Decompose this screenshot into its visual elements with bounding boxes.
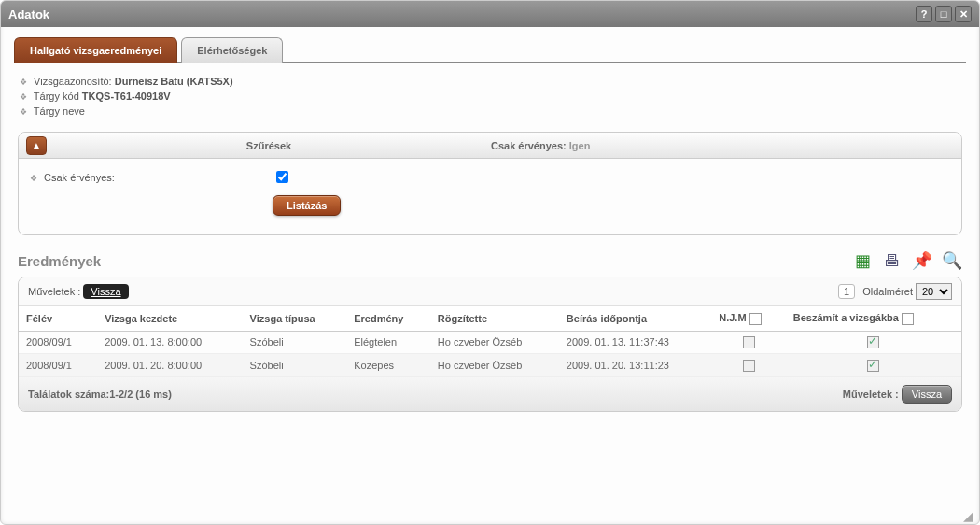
col-beiras[interactable]: Beírás időpontja <box>559 306 711 331</box>
value: TKQS-T61-40918V <box>82 91 171 102</box>
collapse-button[interactable]: ▲ <box>26 136 47 155</box>
label: Vizsgaazonosító: <box>34 76 112 87</box>
col-beszamit[interactable]: Beszámít a vizsgákba <box>786 306 961 331</box>
window: Adatok ? □ ✕ Hallgató vizsgaeredményei E… <box>0 0 980 525</box>
filter-body: ❖ Csak érvényes: Listázás <box>19 159 961 234</box>
results-table: Félév Vizsga kezdete Vizsga típusa Eredm… <box>19 306 961 377</box>
cell-eredmeny: Közepes <box>346 354 430 377</box>
tab-label: Elérhetőségek <box>197 45 267 56</box>
back-button[interactable]: Vissza <box>83 284 128 299</box>
filter-panel: ▲ Szűrések Csak érvényes: Igen ❖ Csak ér… <box>18 132 962 235</box>
value: Igen <box>569 140 591 151</box>
window-content: Hallgató vizsgaeredményei Elérhetőségek … <box>1 27 979 421</box>
window-title: Adatok <box>8 7 916 21</box>
beszamit-header-checkbox[interactable] <box>902 313 914 325</box>
bullet-icon: ❖ <box>30 174 37 183</box>
filter-header: ▲ Szűrések Csak érvényes: Igen <box>19 133 961 159</box>
maximize-icon[interactable]: □ <box>935 6 952 22</box>
list-button[interactable]: Listázás <box>273 195 341 216</box>
close-icon[interactable]: ✕ <box>955 6 972 22</box>
col-njm[interactable]: N.J.M <box>711 306 786 331</box>
page-number[interactable]: 1 <box>838 284 855 299</box>
col-felev[interactable]: Félév <box>19 306 97 331</box>
print-icon[interactable]: 🖶 <box>882 250 903 271</box>
cell-njm <box>711 331 786 354</box>
beszamit-checkbox[interactable] <box>867 360 879 372</box>
filter-header-summary: Csak érvényes: Igen <box>483 140 961 151</box>
cell-eredmeny: Elégtelen <box>346 331 430 354</box>
label: Tárgy kód <box>34 91 79 102</box>
actions-label: Műveletek : <box>28 286 80 297</box>
search-icon[interactable]: 🔍 <box>942 250 962 271</box>
results-toolbar: ▦ 🖶 📌 🔍 <box>852 250 962 271</box>
tab-exam-results[interactable]: Hallgató vizsgaeredményei <box>14 37 177 63</box>
cell-kezdete: 2009. 01. 20. 8:00:00 <box>97 354 242 377</box>
info-subject-code: ❖ Tárgy kód TKQS-T61-40918V <box>20 91 960 102</box>
filter-header-title: Szűrések <box>54 140 483 151</box>
col-kezdete[interactable]: Vizsga kezdete <box>97 306 242 331</box>
njm-checkbox[interactable] <box>743 360 755 372</box>
njm-checkbox[interactable] <box>743 336 755 348</box>
tab-label: Hallgató vizsgaeredményei <box>30 45 161 56</box>
results-header: Eredmények ▦ 🖶 📌 🔍 <box>18 250 962 271</box>
col-rogzitette[interactable]: Rögzítette <box>430 306 559 331</box>
back-button-footer[interactable]: Vissza <box>902 385 952 404</box>
beszamit-checkbox[interactable] <box>867 336 879 348</box>
filter-row-button: Listázás <box>30 195 950 216</box>
col-eredmeny[interactable]: Eredmény <box>346 306 430 331</box>
col-tipusa[interactable]: Vizsga típusa <box>243 306 347 331</box>
cell-beszamit <box>786 331 961 354</box>
bullet-icon: ❖ <box>20 92 27 102</box>
label: Csak érvényes: <box>491 140 567 151</box>
only-valid-checkbox[interactable] <box>276 171 288 183</box>
value: Durneisz Batu (KATS5X) <box>115 76 233 87</box>
cell-beiras: 2009. 01. 13. 11:37:43 <box>559 331 711 354</box>
bullet-icon: ❖ <box>20 107 27 117</box>
filter-label: ❖ Csak érvényes: <box>30 172 273 183</box>
info-subject-name: ❖ Tárgy neve <box>20 106 960 117</box>
help-icon[interactable]: ? <box>916 6 932 22</box>
results-grid: Műveletek : Vissza 1 Oldalméret 20 Félév… <box>18 277 962 412</box>
grid-toolbar-top: Műveletek : Vissza 1 Oldalméret 20 <box>19 277 961 306</box>
tab-contacts[interactable]: Elérhetőségek <box>181 37 283 63</box>
label-text: Csak érvényes: <box>44 172 115 183</box>
info-exam-id: ❖ Vizsgaazonosító: Durneisz Batu (KATS5X… <box>20 76 960 87</box>
actions-label: Műveletek : <box>843 389 899 400</box>
cell-rogzitette: Ho czveber Özséb <box>430 331 559 354</box>
table-row[interactable]: 2008/09/1 2009. 01. 13. 8:00:00 Szóbeli … <box>19 331 961 354</box>
title-bar: Adatok ? □ ✕ <box>1 1 979 27</box>
njm-header-checkbox[interactable] <box>749 313 762 325</box>
title-bar-controls: ? □ ✕ <box>916 6 972 22</box>
result-count: Találatok száma:1-2/2 (16 ms) <box>28 389 843 400</box>
page-size-select[interactable]: 20 <box>916 283 952 300</box>
cell-tipusa: Szóbeli <box>243 354 347 377</box>
grid-footer: Találatok száma:1-2/2 (16 ms) Műveletek … <box>19 377 961 411</box>
cell-njm <box>711 354 786 377</box>
table-row[interactable]: 2008/09/1 2009. 01. 20. 8:00:00 Szóbeli … <box>19 354 961 377</box>
table-header-row: Félév Vizsga kezdete Vizsga típusa Eredm… <box>19 306 961 331</box>
resize-grip[interactable]: ◢ <box>963 508 976 521</box>
grid-actions-left: Műveletek : Vissza <box>28 286 838 297</box>
export-xls-icon[interactable]: ▦ <box>852 250 873 271</box>
cell-beiras: 2009. 01. 20. 13:11:23 <box>559 354 711 377</box>
cell-felev: 2008/09/1 <box>19 331 97 354</box>
filter-row-only-valid: ❖ Csak érvényes: <box>30 168 950 186</box>
pin-icon[interactable]: 📌 <box>912 250 932 271</box>
label: Tárgy neve <box>34 106 85 117</box>
bullet-icon: ❖ <box>20 78 27 87</box>
page-size-label: Oldalméret <box>862 286 913 297</box>
cell-kezdete: 2009. 01. 13. 8:00:00 <box>97 331 242 354</box>
cell-felev: 2008/09/1 <box>19 354 97 377</box>
cell-beszamit <box>786 354 961 377</box>
cell-rogzitette: Ho czveber Özséb <box>430 354 559 377</box>
tab-strip: Hallgató vizsgaeredményei Elérhetőségek <box>14 36 966 63</box>
cell-tipusa: Szóbeli <box>243 331 347 354</box>
info-block: ❖ Vizsgaazonosító: Durneisz Batu (KATS5X… <box>20 76 960 117</box>
results-title: Eredmények <box>18 253 852 269</box>
